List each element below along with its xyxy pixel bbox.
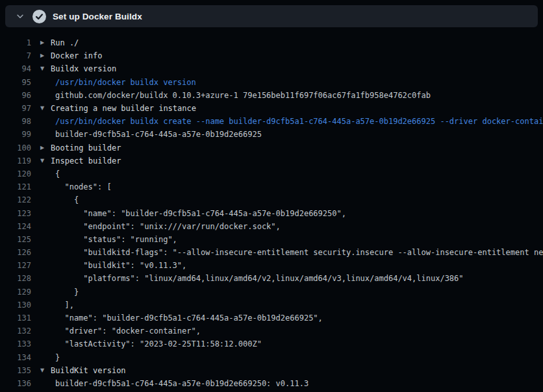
line-number[interactable]: 98 [0,117,31,126]
success-check-icon [32,10,46,23]
log-line: 122 { [0,193,543,206]
log-line[interactable]: 100▶Booting builder [0,141,543,154]
line-number[interactable]: 1 [0,38,31,47]
log-line: 96github.com/docker/buildx 0.10.3+azure-… [0,89,543,102]
output-text: "driver": "docker-container", [55,326,201,336]
line-number[interactable]: 97 [0,104,31,113]
command-text: /usr/bin/docker buildx create --name bui… [55,117,543,126]
group-collapsed-icon[interactable]: ▶ [40,40,51,45]
output-text: github.com/docker/buildx 0.10.3+azure-1 … [55,91,431,100]
line-number[interactable]: 130 [0,300,31,310]
line-number[interactable]: 127 [0,261,31,270]
output-text: "name": "builder-d9cfb5a1-c764-445a-a57e… [55,313,323,323]
line-number[interactable]: 134 [0,353,31,362]
line-number[interactable]: 94 [0,64,31,73]
output-text: "platforms": "linux/amd64,linux/amd64/v2… [55,274,464,283]
log-line[interactable]: 7▶Docker info [0,49,543,62]
line-number[interactable]: 96 [0,91,31,100]
log-line: 126 "buildkitd-flags": "--allow-insecure… [0,246,543,259]
line-number[interactable]: 119 [0,156,31,165]
line-number[interactable]: 135 [0,366,31,375]
group-expanded-icon[interactable]: ▼ [40,368,51,373]
step-title: Set up Docker Buildx [53,12,142,21]
log-line: 127 "buildkit": "v0.11.3", [0,259,543,272]
group-title[interactable]: Inspect builder [51,156,121,165]
line-number[interactable]: 131 [0,313,31,323]
log-line: 134} [0,351,543,364]
group-title[interactable]: Run ./ [51,38,79,47]
log-line[interactable]: 135▼BuildKit version [0,364,543,377]
line-number[interactable]: 120 [0,169,31,178]
output-text: ], [55,300,74,310]
output-text: builder-d9cfb5a1-c764-445a-a57e-0b19d2e6… [55,130,262,139]
log-line: 124 "endpoint": "unix:///var/run/docker.… [0,220,543,233]
output-text: "lastActivity": "2023-02-25T11:58:12.000… [55,339,262,349]
output-text: { [55,195,79,204]
output-text: "buildkit": "v0.11.3", [55,261,186,270]
line-number[interactable]: 124 [0,222,31,231]
log-line: 95/usr/bin/docker buildx version [0,76,543,89]
log-line: 121 "nodes": [ [0,180,543,193]
log-line: 129 } [0,286,543,299]
line-number[interactable]: 132 [0,326,31,336]
log-line: 130 ], [0,299,543,312]
log-line[interactable]: 1▶Run ./ [0,36,543,49]
line-number[interactable]: 129 [0,288,31,297]
line-number[interactable]: 121 [0,182,31,191]
output-text: "buildkitd-flags": "--allow-insecure-ent… [55,248,543,257]
command-text: /usr/bin/docker buildx version [55,78,196,87]
step-header[interactable]: Set up Docker Buildx [5,5,538,27]
log-line: 133 "lastActivity": "2023-02-25T11:58:12… [0,337,543,350]
group-title[interactable]: Docker info [51,51,102,60]
group-title[interactable]: BuildKit version [51,366,126,375]
output-text: "name": "builder-d9cfb5a1-c764-445a-a57e… [55,209,346,218]
output-text: } [55,353,60,362]
log-line[interactable]: 119▼Inspect builder [0,154,543,167]
group-title[interactable]: Booting builder [51,143,121,153]
log-line: 98/usr/bin/docker buildx create --name b… [0,115,543,128]
log-area: 1▶Run ./7▶Docker info94▼Buildx version95… [0,27,543,392]
log-line[interactable]: 94▼Buildx version [0,62,543,75]
output-text: "status": "running", [55,235,177,244]
group-expanded-icon[interactable]: ▼ [40,158,51,164]
line-number[interactable]: 133 [0,339,31,349]
line-number[interactable]: 123 [0,209,31,218]
log-line: 128 "platforms": "linux/amd64,linux/amd6… [0,272,543,285]
line-number[interactable]: 122 [0,195,31,204]
group-title[interactable]: Buildx version [51,64,116,73]
group-collapsed-icon[interactable]: ▶ [40,53,51,58]
group-expanded-icon[interactable]: ▼ [40,66,51,71]
output-text: builder-d9cfb5a1-c764-445a-a57e-0b19d2e6… [55,379,309,388]
line-number[interactable]: 7 [0,51,31,60]
log-line: 136builder-d9cfb5a1-c764-445a-a57e-0b19d… [0,377,543,390]
line-number[interactable]: 126 [0,248,31,257]
group-title[interactable]: Creating a new builder instance [51,104,196,113]
log-line: 131 "name": "builder-d9cfb5a1-c764-445a-… [0,312,543,325]
log-line: 120{ [0,167,543,180]
output-text: } [55,288,79,297]
log-line: 125 "status": "running", [0,233,543,246]
log-line: 132 "driver": "docker-container", [0,325,543,337]
line-number[interactable]: 128 [0,274,31,283]
group-expanded-icon[interactable]: ▼ [40,106,51,111]
output-text: "nodes": [ [55,182,112,191]
output-text: "endpoint": "unix:///var/run/docker.sock… [55,222,281,231]
log-line[interactable]: 97▼Creating a new builder instance [0,102,543,115]
line-number[interactable]: 125 [0,235,31,244]
log-line: 99builder-d9cfb5a1-c764-445a-a57e-0b19d2… [0,128,543,141]
line-number[interactable]: 95 [0,78,31,87]
log-line: 123 "name": "builder-d9cfb5a1-c764-445a-… [0,206,543,219]
output-text: { [55,169,60,178]
chevron-down-icon[interactable] [16,12,25,21]
group-collapsed-icon[interactable]: ▶ [40,145,51,151]
line-number[interactable]: 136 [0,379,31,388]
line-number[interactable]: 99 [0,130,31,139]
line-number[interactable]: 100 [0,143,31,153]
